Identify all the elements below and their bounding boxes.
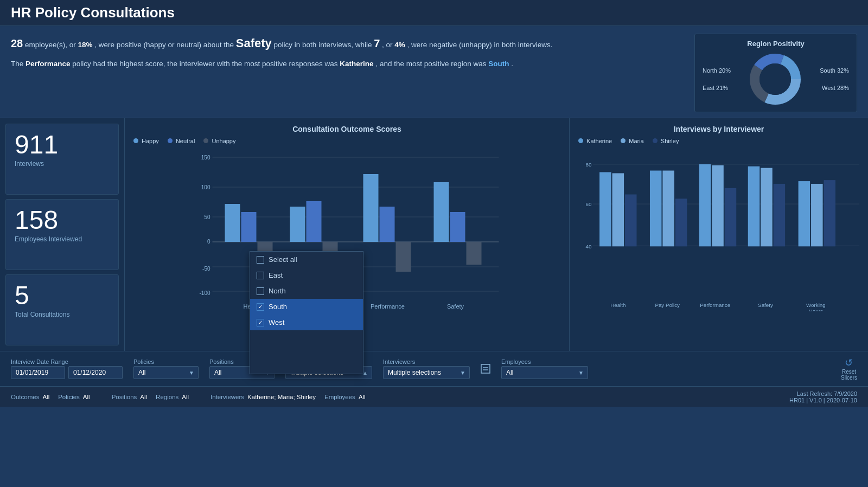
policies-filter-label: Policies [133,358,199,365]
donut-chart [748,52,802,106]
line2-person: Katherine [340,60,373,68]
happy-dot [133,138,138,143]
regions-val: All [182,394,189,400]
svg-rect-24 [380,207,395,242]
dropdown-empty-space [250,330,363,374]
dropdown-west[interactable]: West [250,315,363,330]
svg-text:Health: Health [610,302,626,308]
regions-dropdown[interactable]: Select all East North South West [250,251,363,374]
maria-dot [621,138,626,143]
legend-neutral: Neutral [168,138,195,144]
stat1-pct: 18% [78,41,93,49]
svg-rect-42 [650,171,662,247]
interviews-chart-title: Interviews by Interviewer [578,125,859,133]
summary-end: . [511,60,513,68]
svg-text:Working: Working [806,302,826,308]
unhappy-dot [203,138,208,143]
outcomes-key: Outcomes [11,394,39,400]
donut-svg [748,52,802,106]
region-labels-right: South 32% West 28% [820,67,849,91]
summary-text: 28 employee(s), or 18% , were positive (… [11,34,684,112]
summary-or-text: , or [382,41,394,49]
date-from-input[interactable] [11,366,65,379]
dropdown-east[interactable]: East [250,267,363,283]
dropdown-north[interactable]: North [250,283,363,299]
summary-region-text: , and the most positive region was [375,60,488,68]
region-positivity-title: Region Positivity [703,40,849,48]
legend-shirley: Shirley [653,138,679,144]
employees-value: 158 [15,207,110,233]
dropdown-select-all[interactable]: Select all [250,252,363,267]
outcomes-status: Outcomes All [11,394,49,400]
employees-arrow: ▼ [578,370,584,376]
svg-rect-60 [481,364,490,373]
reset-icon: ↺ [845,357,853,369]
south-checkbox[interactable] [257,303,264,311]
interviewers-select-wrapper: Multiple selections ▼ [383,366,470,379]
policies-val: All [83,394,90,400]
main-content: 911 Interviews 158 Employees Interviewed… [0,118,868,351]
svg-rect-28 [467,242,482,265]
region-west-label: West 28% [820,85,849,91]
svg-rect-18 [241,212,257,242]
policies-key: Policies [58,394,80,400]
west-label: West [269,318,284,326]
region-labels-left: North 20% East 21% [703,67,731,91]
interviews-value: 911 [15,132,110,158]
region-positivity-panel: Region Positivity North 20% East 21% [694,34,857,112]
east-checkbox[interactable] [257,272,264,279]
page-title: HR Policy Consultations [11,4,857,21]
summary-positive-text: , were positive (happy or neutral) about… [94,41,235,49]
positions-val: All [140,394,147,400]
svg-text:-50: -50 [202,266,210,272]
svg-text:80: 80 [586,162,592,168]
summary-employees-text: employee(s), or [25,41,78,49]
region-north-label: North 20% [703,67,731,74]
date-range-group: Interview Date Range [11,358,123,379]
consultation-chart-legend: Happy Neutral Unhappy [133,138,560,144]
summary-line2: The Performance policy had the highest s… [11,58,684,70]
employees-select-wrapper: All ▼ [501,366,588,379]
select-all-checkbox[interactable] [257,256,264,264]
date-to-input[interactable] [68,366,123,379]
interviews-chart-panel: Interviews by Interviewer Katherine Mari… [570,118,868,351]
employees-filter-group: Employees All ▼ [501,358,588,379]
svg-rect-41 [625,195,637,247]
employees-val: All [359,394,366,400]
consultations-label: Total Consultations [15,311,110,318]
legend-maria: Maria [621,138,644,144]
interviews-label: Interviews [15,160,110,168]
summary-line1: 28 employee(s), or 18% , were positive (… [11,34,684,53]
policies-select[interactable]: All ▼ [133,366,199,379]
dropdown-south[interactable]: South [250,299,363,315]
svg-text:60: 60 [586,201,592,207]
interviewers-status: Interviewers Katherine; Maria; Shirley [210,394,316,400]
east-label: East [269,271,283,279]
svg-rect-17 [225,204,240,242]
interviewers-select[interactable]: Multiple selections ▼ [383,366,470,379]
svg-rect-26 [434,182,449,242]
employees-label: Employees Interviewed [15,235,110,243]
shirley-dot [653,138,658,143]
north-checkbox[interactable] [257,287,264,295]
version-info: HR01 | V1.0 | 2020-07-10 [789,397,857,403]
svg-rect-46 [712,165,724,247]
svg-rect-40 [612,173,624,246]
svg-text:100: 100 [201,184,210,190]
policies-select-wrapper: All ▼ [133,366,199,379]
outcomes-policies-status: Outcomes All Policies All [11,394,90,400]
employees-status: Employees All [324,394,366,400]
west-checkbox[interactable] [257,319,264,326]
legend-katherine: Katherine [578,138,612,144]
svg-text:Hours: Hours [809,308,823,311]
interviewers-key: Interviewers [210,394,244,400]
positions-key: Positions [112,394,137,400]
positions-status: Positions All [112,394,147,400]
outcomes-val: All [42,394,49,400]
employees-select[interactable]: All ▼ [501,366,588,379]
reset-slicers-button[interactable]: ↺ Reset Slicers [841,357,857,381]
svg-text:150: 150 [201,155,210,161]
kpi-consultations: 5 Total Consultations [5,274,119,345]
employees-key: Employees [324,394,355,400]
reset-label2: Slicers [841,375,857,381]
